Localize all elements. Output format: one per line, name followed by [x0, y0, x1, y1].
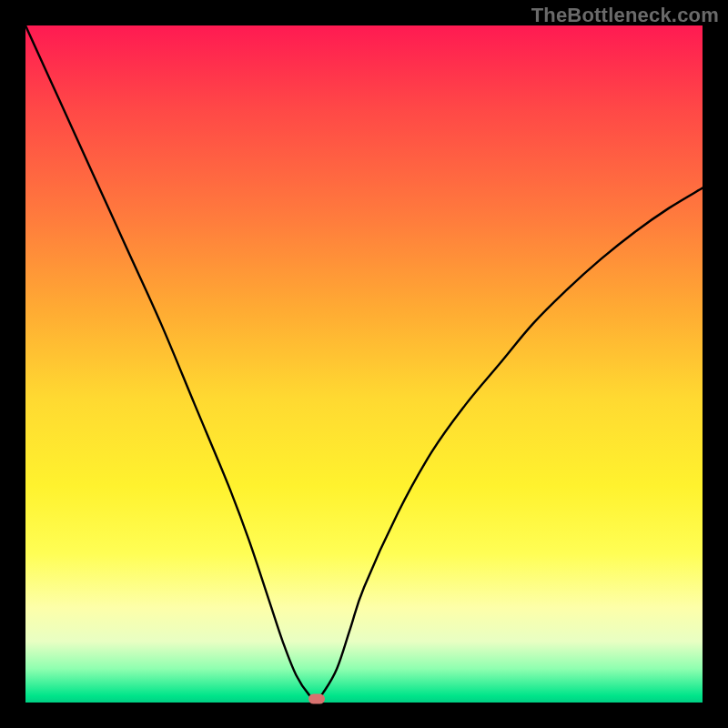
minimum-marker	[308, 694, 325, 704]
curve-path	[25, 25, 703, 700]
chart-frame: TheBottleneck.com	[0, 0, 728, 728]
watermark-text: TheBottleneck.com	[531, 4, 719, 27]
bottleneck-curve	[25, 25, 703, 703]
plot-area	[25, 25, 703, 703]
